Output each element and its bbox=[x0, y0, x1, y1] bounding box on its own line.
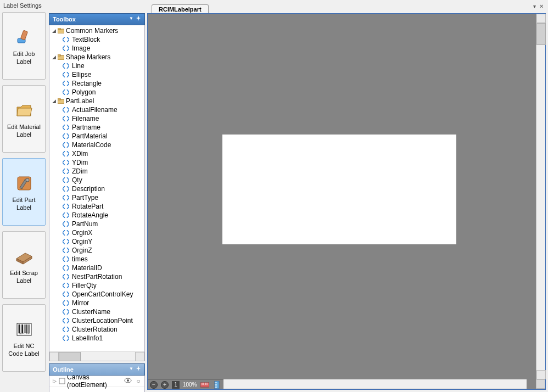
tree-item[interactable]: PartNum bbox=[49, 220, 144, 228]
svg-text:BARCODE: BARCODE bbox=[19, 332, 30, 335]
tree-group[interactable]: ◢PartLabel bbox=[49, 97, 144, 105]
outline-header[interactable]: Outline ▼ bbox=[49, 363, 145, 376]
zoom-out-button[interactable]: − bbox=[150, 381, 158, 389]
page-number: 1 bbox=[172, 381, 180, 389]
zoom-in-button[interactable]: + bbox=[161, 381, 169, 389]
canvas-page[interactable] bbox=[222, 135, 456, 244]
tree-item-label: TextBlock bbox=[72, 36, 100, 43]
toolbox-hscrollbar[interactable] bbox=[49, 351, 144, 361]
tree-item[interactable]: Image bbox=[49, 44, 144, 53]
tree-item[interactable]: Description bbox=[49, 184, 144, 193]
tree-group[interactable]: ◢Common Markers bbox=[49, 26, 144, 35]
tree-group-label: Common Markers bbox=[66, 27, 118, 35]
tree-item[interactable]: OrginZ bbox=[49, 246, 144, 255]
tree-item[interactable]: RotatePart bbox=[49, 202, 144, 211]
element-icon bbox=[61, 274, 70, 279]
tree-item[interactable]: Partname bbox=[49, 123, 144, 132]
edit-scrap-label-button[interactable]: Edit ScrapLabel bbox=[2, 231, 46, 299]
tree-item[interactable]: Qty bbox=[49, 176, 144, 184]
lock-icon[interactable]: ○ bbox=[133, 377, 143, 385]
tree-item-label: RotateAngle bbox=[72, 211, 108, 219]
edit-job-label-button[interactable]: Edit JobLabel bbox=[2, 12, 46, 80]
eraser-icon bbox=[13, 26, 35, 48]
tree-group[interactable]: ◢Shape Markers bbox=[49, 53, 144, 61]
canvas-statusbar: − + 1 100% bbox=[148, 379, 223, 389]
tab-close-icon[interactable]: ✕ bbox=[539, 3, 544, 9]
tree-item[interactable]: OrginX bbox=[49, 228, 144, 237]
dropdown-icon[interactable]: ▼ bbox=[129, 366, 133, 371]
tree-item[interactable]: OrginY bbox=[49, 237, 144, 246]
tree-item-label: RotatePart bbox=[72, 203, 103, 210]
tree-item-label: LabelInfo1 bbox=[72, 334, 103, 342]
tree-item[interactable]: times bbox=[49, 255, 144, 264]
canvas-vscrollbar[interactable] bbox=[536, 14, 545, 379]
scroll-up-button[interactable] bbox=[536, 14, 546, 23]
tree-item[interactable]: FillerQty bbox=[49, 281, 144, 290]
element-icon bbox=[61, 177, 70, 183]
tree-item[interactable]: XDim bbox=[49, 149, 144, 158]
scroll-right-button[interactable] bbox=[135, 352, 144, 361]
tree-item-label: OpenCartControlKey bbox=[72, 290, 133, 298]
dock-panels: Toolbox ▼ ◢Common MarkersTextBlockImage◢… bbox=[48, 0, 146, 392]
edit-material-label-button[interactable]: Edit MaterialLabel bbox=[2, 85, 46, 153]
element-icon bbox=[61, 318, 70, 323]
element-icon bbox=[61, 283, 70, 288]
tree-item[interactable]: NestPartRotation bbox=[49, 272, 144, 281]
tree-item[interactable]: Line bbox=[49, 61, 144, 70]
tree-item[interactable]: Mirror bbox=[49, 299, 144, 307]
tree-item[interactable]: LabelInfo1 bbox=[49, 334, 144, 343]
svg-rect-20 bbox=[58, 98, 60, 100]
pin-icon[interactable] bbox=[136, 15, 141, 21]
scroll-thumb[interactable] bbox=[536, 23, 546, 45]
tree-item[interactable]: ActualFilename bbox=[49, 105, 144, 114]
canvas-viewport[interactable] bbox=[148, 14, 545, 379]
canvas-hscrollbar[interactable] bbox=[223, 379, 527, 389]
visibility-icon[interactable] bbox=[122, 377, 133, 385]
document-tab[interactable]: RCIMLabelpart bbox=[152, 4, 209, 14]
pin-icon[interactable] bbox=[136, 366, 141, 371]
tree-item[interactable]: YDim bbox=[49, 158, 144, 167]
scroll-down-button[interactable] bbox=[536, 370, 546, 379]
scroll-left-button[interactable] bbox=[49, 352, 59, 361]
tree-item[interactable]: Rectangle bbox=[49, 79, 144, 88]
dropdown-icon[interactable]: ▼ bbox=[129, 16, 133, 21]
tree-item[interactable]: Ellipse bbox=[49, 70, 144, 79]
tree-item[interactable]: PartMaterial bbox=[49, 132, 144, 141]
collapse-icon[interactable]: ◢ bbox=[51, 28, 57, 33]
barcode-icon: BARCODE bbox=[13, 318, 35, 340]
scroll-thumb[interactable] bbox=[59, 352, 81, 361]
tree-item[interactable]: MaterialCode bbox=[49, 141, 144, 149]
tree-item[interactable]: TextBlock bbox=[49, 35, 144, 44]
tree-item[interactable]: PartType bbox=[49, 193, 144, 202]
tree-item-label: Partname bbox=[72, 124, 100, 131]
toolbox-tree[interactable]: ◢Common MarkersTextBlockImage◢Shape Mark… bbox=[49, 25, 144, 351]
tree-item-label: ActualFilename bbox=[72, 106, 118, 114]
tree-item[interactable]: RotateAngle bbox=[49, 211, 144, 220]
tree-item[interactable]: ClusterName bbox=[49, 307, 144, 316]
element-icon bbox=[61, 89, 70, 95]
tree-item[interactable]: MaterialID bbox=[49, 264, 144, 272]
edit-nc-code-label-button[interactable]: BARCODE Edit NCCode Label bbox=[2, 304, 46, 372]
collapse-icon[interactable]: ◢ bbox=[51, 98, 57, 104]
toolbox-title: Toolbox bbox=[53, 16, 76, 23]
ruler-v-icon[interactable] bbox=[213, 381, 221, 389]
tree-item[interactable]: ClusterLocationPoint bbox=[49, 316, 144, 325]
toolbox-header[interactable]: Toolbox ▼ bbox=[49, 13, 145, 25]
tree-item-label: times bbox=[72, 255, 88, 263]
tree-item[interactable]: Polygon bbox=[49, 88, 144, 97]
tree-item[interactable]: ZDim bbox=[49, 167, 144, 176]
tree-item-label: OrginZ bbox=[72, 247, 92, 254]
expand-icon[interactable]: ▷ bbox=[51, 378, 58, 384]
tree-item[interactable]: ClusterRotation bbox=[49, 325, 144, 334]
outline-root-row[interactable]: ▷ Canvas (rootElement) ○ bbox=[49, 376, 144, 387]
edit-part-label-button[interactable]: Edit PartLabel bbox=[2, 158, 46, 226]
tree-item[interactable]: Filename bbox=[49, 114, 144, 123]
canvas-icon bbox=[58, 378, 66, 384]
ruler-h-icon[interactable] bbox=[200, 381, 209, 389]
label-settings-title: Label Settings bbox=[3, 2, 46, 9]
collapse-icon[interactable]: ◢ bbox=[51, 54, 57, 60]
tree-item[interactable]: OpenCartControlKey bbox=[49, 290, 144, 299]
tree-item-label: MaterialID bbox=[72, 264, 102, 272]
tab-menu-icon[interactable]: ▾ bbox=[533, 3, 536, 9]
tree-item-label: PartNum bbox=[72, 220, 98, 228]
